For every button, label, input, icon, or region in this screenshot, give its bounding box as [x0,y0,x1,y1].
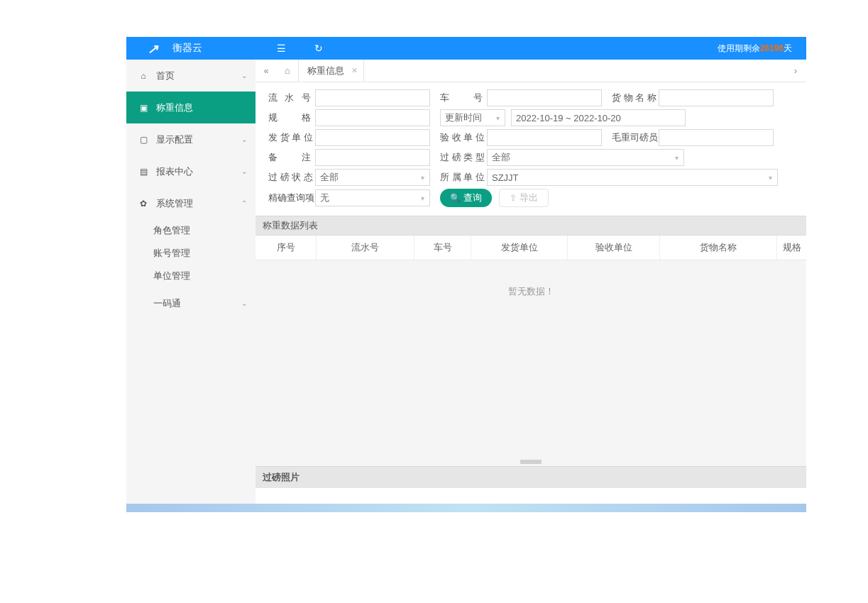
th-goods: 货物名称 [660,236,777,260]
filter-label-owner: 所 属 单 位 [440,171,487,184]
precise-select[interactable] [315,189,430,206]
sidebar-item-label: 首页 [156,70,241,82]
th-receiver: 验收单位 [568,236,660,260]
app-logo-icon: ↗ [148,41,162,55]
chevron-up-icon: ⌃ [241,199,247,207]
sidebar-item-label: 称重信息 [156,101,247,114]
filter-label-remark: 备 注 [268,151,315,164]
spec-input[interactable] [315,109,430,126]
receiver-input[interactable] [487,129,602,146]
weighstatus-select[interactable] [315,169,430,186]
sidebar-sub-unit[interactable]: 单位管理 [126,265,256,287]
tab-next-icon[interactable]: › [785,66,806,76]
close-icon[interactable]: ✕ [351,66,358,75]
chevron-down-icon: ⌄ [241,135,247,143]
search-button[interactable]: 🔍 查询 [440,189,492,207]
tab-weighing[interactable]: 称重信息 ✕ [298,60,364,82]
owner-select[interactable] [487,169,778,186]
filter-label-weighstatus: 过 磅 状 态 [268,171,315,184]
goods-input[interactable] [659,89,774,106]
top-bar: ↗ 衡器云 ☰ ↻ 使用期剩余28196天 [126,37,806,60]
weighing-icon: ▣ [138,103,149,113]
filter-label-spec: 规 格 [268,111,315,124]
photo-body [256,488,806,504]
sidebar-sub-account[interactable]: 账号管理 [126,242,256,265]
chevron-down-icon: ⌄ [241,299,247,307]
sidebar-item-label: 报表中心 [156,165,241,178]
time-type-select[interactable] [440,109,505,126]
empty-text: 暂无数据！ [256,285,806,298]
filter-label-serial: 流 水 号 [268,92,315,104]
search-icon: 🔍 [450,193,461,203]
th-shipper: 发货单位 [471,236,568,260]
sidebar-item-label: 一码通 [153,297,241,310]
weightype-select[interactable] [487,149,684,166]
photo-title: 过磅照片 [256,467,806,488]
gear-icon: ✿ [138,199,149,209]
tab-label: 称重信息 [307,65,344,77]
shipper-input[interactable] [315,129,430,146]
menu-toggle-icon[interactable]: ☰ [277,43,286,54]
th-spec: 规格 [777,236,806,260]
export-icon: ⇪ [510,193,517,203]
th-index: 序号 [256,236,317,260]
expiry-info: 使用期剩余28196天 [718,43,806,55]
filter-label-car: 车 号 [440,92,487,104]
refresh-icon[interactable]: ↻ [314,43,323,54]
car-input[interactable] [487,89,602,106]
grossop-input[interactable] [659,129,774,146]
sidebar-item-label: 系统管理 [156,197,241,210]
resize-handle[interactable] [520,460,542,464]
filter-label-shipper: 发 货 单 位 [268,131,315,144]
sidebar-sub-role[interactable]: 角色管理 [126,219,256,242]
sidebar-item-weighing[interactable]: ▣ 称重信息 [126,92,256,123]
sidebar-item-report[interactable]: ▤ 报表中心 ⌄ [126,155,256,187]
table-body: 暂无数据！ [256,260,806,466]
home-icon: ⌂ [138,71,149,81]
export-button[interactable]: ⇪ 导出 [499,189,549,207]
filter-label-weightype: 过 磅 类 型 [440,151,487,164]
filter-label-precise: 精确查询项 [268,192,315,204]
photo-section: 过磅照片 [256,466,806,488]
sidebar-item-display[interactable]: ▢ 显示配置 ⌄ [126,123,256,155]
filter-label-receiver: 验 收 单 位 [440,131,487,144]
footer-decoration [126,504,806,512]
table-header: 序号 流水号 车号 发货单位 验收单位 货物名称 规格 [256,236,806,260]
logo-area: ↗ 衡器云 [126,41,256,55]
tab-prev-icon[interactable]: « [256,66,277,76]
tab-home-icon[interactable]: ⌂ [277,65,298,76]
sidebar-item-onecode[interactable]: 一码通 ⌄ [126,287,256,319]
remark-input[interactable] [315,149,430,166]
chevron-down-icon: ⌄ [241,72,247,79]
display-icon: ▢ [138,135,149,145]
filter-label-grossop: 毛重司磅员 [612,131,659,144]
serial-input[interactable] [315,89,430,106]
tab-bar: « ⌂ 称重信息 ✕ › [256,60,806,82]
th-car: 车号 [414,236,471,260]
th-serial: 流水号 [317,236,414,260]
sidebar-item-system[interactable]: ✿ 系统管理 ⌃ [126,187,256,219]
filter-label-goods: 货 物 名 称 [612,92,659,104]
main-content: « ⌂ 称重信息 ✕ › 流 水 号 车 号 [256,60,806,504]
filter-form: 流 水 号 车 号 货 物 名 称 规 格 [256,82,806,216]
app-name: 衡器云 [172,42,202,55]
table-title: 称重数据列表 [256,216,806,236]
date-range-input[interactable] [511,109,686,126]
sidebar: ⌂ 首页 ⌄ ▣ 称重信息 ▢ 显示配置 ⌄ ▤ 报表中心 ⌄ ✿ 系统管理 ⌃ [126,60,256,504]
sidebar-item-label: 显示配置 [156,133,241,146]
sidebar-item-home[interactable]: ⌂ 首页 ⌄ [126,60,256,92]
chevron-down-icon: ⌄ [241,167,247,175]
report-icon: ▤ [138,167,149,177]
